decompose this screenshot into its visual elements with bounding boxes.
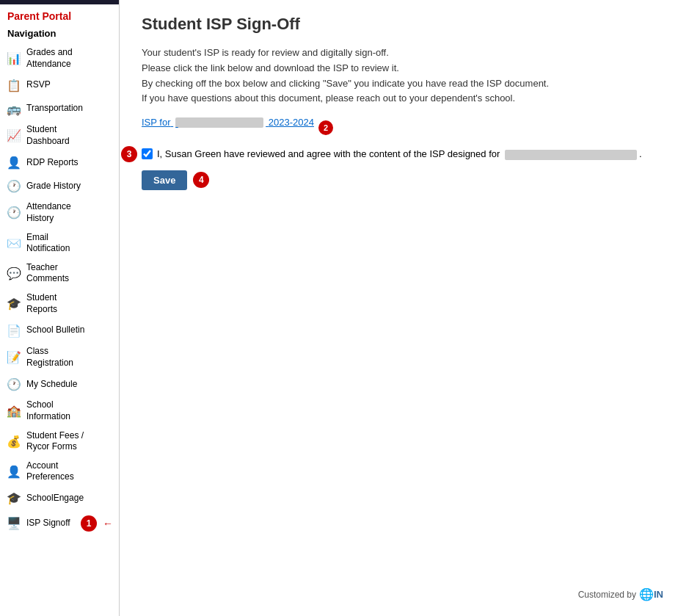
description: Your student's ISP is ready for review a… [142,46,656,106]
badge-3: 3 [121,146,137,162]
desc-line1: Your student's ISP is ready for review a… [142,46,656,61]
student-reports-label: StudentReports [26,292,57,315]
arrow-indicator: ← [103,518,113,529]
student-reports-icon: 🎓 [6,296,22,312]
grades-attendance-label: Grades andAttendance [26,47,73,70]
student-name-blurred-2 [505,150,637,160]
desc-line3: By checking off the box below and clicki… [142,76,656,92]
student-name-blurred [175,117,263,128]
agreement-row: 3 I, Susan Green have reviewed and agree… [142,148,656,160]
account-preferences-label: AccountPreferences [26,460,74,483]
sidebar-item-school-engage[interactable]: 🎓 SchoolEngage [0,487,119,510]
sidebar-item-rsvp[interactable]: 📋 RSVP [0,73,119,97]
email-notification-label: EmailNotification [26,232,70,255]
sidebar-item-my-schedule[interactable]: 🕐 My Schedule [0,372,119,396]
school-bulletin-label: School Bulletin [26,325,84,336]
sidebar-item-school-bulletin[interactable]: 📄 School Bulletin [0,319,119,342]
agreement-text: I, Susan Green have reviewed and agree w… [157,148,642,160]
transportation-icon: 🚌 [6,101,22,117]
student-fees-icon: 💰 [6,433,22,449]
sidebar-item-school-information[interactable]: 🏫 SchoolInformation [0,396,119,426]
grade-history-icon: 🕐 [6,178,22,194]
rdp-reports-icon: 👤 [6,154,22,170]
my-schedule-label: My Schedule [26,379,77,391]
portal-title: Parent Portal [0,4,119,25]
desc-line4: If you have questions about this documen… [142,91,656,106]
isp-signoff-icon: 🖥️ [6,515,22,532]
isp-download-link[interactable]: ISP for 2023-2024 [142,117,314,128]
sidebar-item-transportation[interactable]: 🚌 Transportation [0,97,119,120]
account-preferences-icon: 👤 [6,463,22,479]
sidebar-item-isp-signoff[interactable]: 🖥️ ISP Signoff 1 ← [0,512,119,535]
badge-1: 1 [81,515,97,532]
rsvp-icon: 📋 [6,77,22,93]
school-bulletin-icon: 📄 [6,322,22,338]
attendance-history-icon: 🕐 [6,205,22,221]
teacher-comments-label: TeacherComments [26,262,69,285]
attendance-history-label: AttendanceHistory [26,201,71,224]
my-schedule-icon: 🕐 [6,376,22,392]
sidebar-item-grade-history[interactable]: 🕐 Grade History [0,174,119,198]
school-information-icon: 🏫 [6,403,22,419]
sidebar-item-teacher-comments[interactable]: 💬 TeacherComments [0,258,119,289]
grade-history-label: Grade History [26,181,81,192]
save-row: Save 4 [142,170,209,190]
agreement-checkbox[interactable] [142,148,153,159]
school-engage-label: SchoolEngage [26,493,84,504]
school-information-label: SchoolInformation [26,399,70,422]
isp-link-prefix: ISP for [142,117,171,128]
customized-by: Customized by 🌐 IN [578,587,663,601]
sidebar-item-rdp-reports[interactable]: 👤 RDP Reports [0,151,119,174]
student-dashboard-icon: 📈 [6,128,22,144]
sidebar-item-student-dashboard[interactable]: 📈 StudentDashboard [0,120,119,151]
badge-4: 4 [193,172,209,188]
student-dashboard-label: StudentDashboard [26,124,70,147]
company-initial: IN [654,589,663,600]
transportation-label: Transportation [26,103,83,115]
rdp-reports-label: RDP Reports [26,157,78,169]
sidebar-item-class-registration[interactable]: 📝 ClassRegistration [0,342,119,372]
sidebar-item-student-reports[interactable]: 🎓 StudentReports [0,289,119,319]
class-registration-label: ClassRegistration [26,346,73,369]
rsvp-label: RSVP [26,79,51,91]
school-engage-icon: 🎓 [6,490,22,507]
sidebar: Parent Portal Navigation 📊 Grades andAtt… [0,0,120,616]
sidebar-item-grades-attendance[interactable]: 📊 Grades andAttendance [0,43,119,73]
sidebar-item-email-notification[interactable]: ✉️ EmailNotification [0,228,119,258]
desc-line2: Please click the link below and download… [142,61,656,76]
isp-link-row: ISP for 2023-2024 2 [142,117,656,138]
globe-icon: 🌐 [639,587,654,601]
student-fees-label: Student Fees /Rycor Forms [26,430,84,453]
sidebar-item-student-fees[interactable]: 💰 Student Fees /Rycor Forms [0,427,119,457]
nav-label: Navigation [0,25,119,43]
grades-attendance-icon: 📊 [6,51,22,67]
class-registration-icon: 📝 [6,349,22,366]
teacher-comments-icon: 💬 [6,265,22,281]
badge-2: 2 [318,120,333,135]
isp-signoff-label: ISP Signoff [26,518,70,529]
email-notification-icon: ✉️ [6,235,22,251]
page-title: Student ISP Sign-Off [142,15,656,34]
main-content: Student ISP Sign-Off Your student's ISP … [120,0,678,616]
save-button[interactable]: Save [142,170,187,190]
sidebar-item-account-preferences[interactable]: 👤 AccountPreferences [0,457,119,487]
isp-link-year: 2023-2024 [269,117,314,128]
sidebar-item-attendance-history[interactable]: 🕐 AttendanceHistory [0,198,119,228]
